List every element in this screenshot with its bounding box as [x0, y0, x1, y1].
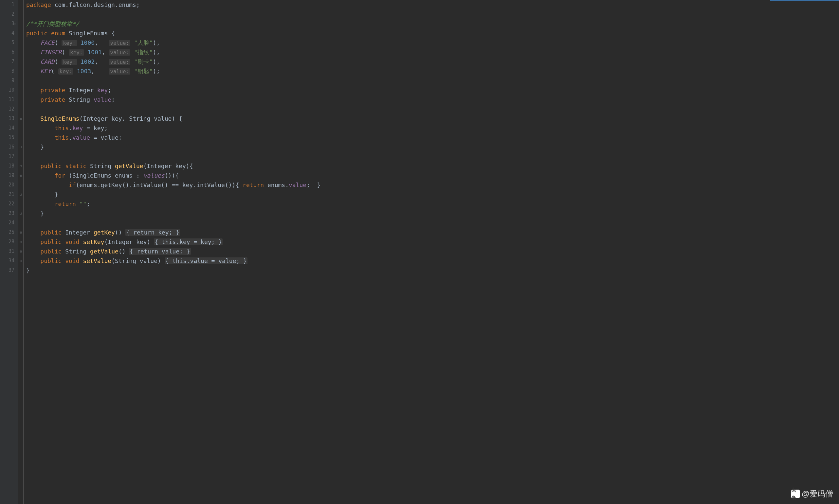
punct: ), [153, 39, 160, 46]
enum-constant: KEY [40, 68, 51, 75]
line-number[interactable]: 14 [0, 123, 14, 133]
line-number[interactable]: 5 [0, 38, 14, 48]
line-number[interactable]: 37 [0, 266, 14, 275]
field: value [94, 96, 111, 103]
line-number[interactable]: 15 [0, 133, 14, 142]
code-line[interactable] [26, 10, 839, 19]
fold-column[interactable]: ⊟ ⊟ ⊔ ⊟ ⊟ ⊔ ⊔ ⊞ ⊞ ⊞ ⊞ [18, 0, 23, 504]
code-line[interactable] [26, 76, 839, 85]
line-number[interactable]: 1 [0, 0, 14, 10]
code-line[interactable]: } [26, 209, 839, 218]
code-line[interactable]: this.key = key; [26, 123, 839, 133]
fold-expand-icon[interactable]: ⊞ [19, 250, 22, 253]
fold-expand-icon[interactable]: ⊞ [19, 240, 22, 244]
line-number[interactable]: 31 [0, 247, 14, 256]
line-number[interactable]: 7 [0, 57, 14, 66]
line-number[interactable]: 12 [0, 104, 14, 114]
ident: value; [101, 134, 122, 141]
method-call: getKey [101, 181, 122, 188]
code-line[interactable]: FACE( key: 1000, value: "人脸"), [26, 38, 839, 48]
line-number[interactable]: 3 [0, 19, 14, 29]
fold-end-icon[interactable]: ⊔ [19, 212, 22, 215]
fold-end-icon[interactable]: ⊔ [19, 145, 22, 149]
folded-body[interactable]: { this.key = key; } [154, 238, 223, 245]
line-number[interactable]: 24 [0, 218, 14, 228]
line-number[interactable]: 20 [0, 180, 14, 190]
string-literal: "人脸" [134, 39, 153, 46]
package-path: com.falcon.design.enums; [51, 1, 140, 8]
code-line[interactable]: private Integer key; [26, 85, 839, 95]
code-line[interactable]: FINGER( key: 1001, value: "指纹"), [26, 48, 839, 57]
line-number[interactable]: 2 [0, 10, 14, 19]
type: String [90, 163, 111, 169]
code-line[interactable]: this.value = value; [26, 133, 839, 142]
code-editor[interactable]: 1 2 3 4 5 6 7 8 9 10 11 12 13 14 15 16 1… [0, 0, 839, 504]
eq: = [90, 134, 101, 141]
line-number[interactable]: 10 [0, 85, 14, 95]
code-line[interactable]: SingleEnums(Integer key, String value) { [26, 114, 839, 123]
code-line[interactable]: for (SingleEnums enums : values()){ [26, 171, 839, 180]
line-number[interactable]: 34 [0, 256, 14, 266]
folded-body[interactable]: { return key; } [125, 229, 180, 236]
line-number[interactable]: 18 [0, 161, 14, 171]
fold-expand-icon[interactable]: ⊞ [19, 231, 22, 234]
code-line[interactable]: private String value; [26, 95, 839, 104]
code-line[interactable]: CARD( key: 1002, value: "刷卡"), [26, 57, 839, 66]
fold-start-icon[interactable]: ⊟ [19, 174, 22, 177]
fold-expand-icon[interactable]: ⊞ [19, 259, 22, 263]
code-line[interactable]: } [26, 266, 839, 275]
keyword: enum [51, 30, 65, 37]
watermark-logo-icon: 头条 [791, 490, 800, 498]
line-number[interactable]: 17 [0, 152, 14, 161]
code-line[interactable] [26, 218, 839, 228]
fold-end-icon[interactable]: ⊔ [19, 193, 22, 196]
folded-body[interactable]: { this.value = value; } [165, 257, 247, 264]
code-line[interactable]: public enum SingleEnums { [26, 29, 839, 38]
punct: ), [153, 49, 160, 56]
code-line[interactable]: if(enums.getKey().intValue() == key.intV… [26, 180, 839, 190]
parameter-hint: key: [62, 40, 77, 46]
line-number[interactable]: 21 [0, 190, 14, 199]
code-line[interactable]: } [26, 190, 839, 199]
code-line[interactable]: package com.falcon.design.enums; [26, 0, 839, 10]
line-number[interactable]: 9 [0, 76, 14, 85]
line-number[interactable]: 22 [0, 199, 14, 209]
method-name: setKey [83, 238, 104, 245]
code-line[interactable]: public String getValue() { return value;… [26, 247, 839, 256]
code-line[interactable]: /**开门类型枚举*/ [26, 19, 839, 29]
line-number[interactable]: 19 [0, 171, 14, 180]
code-line[interactable]: public void setValue(String value) { thi… [26, 256, 839, 266]
code-line[interactable] [26, 152, 839, 161]
line-number[interactable]: 16 [0, 142, 14, 152]
code-line[interactable]: public void setKey(Integer key) { this.k… [26, 237, 839, 247]
method-name: getKey [94, 229, 115, 236]
code-line[interactable]: public Integer getKey() { return key; } [26, 228, 839, 237]
line-number[interactable]: 25 [0, 228, 14, 237]
punct: ), [153, 58, 160, 65]
code-line[interactable] [26, 104, 839, 114]
type: String [65, 248, 86, 255]
line-number[interactable]: 8 [0, 66, 14, 76]
fold-start-icon[interactable]: ⊟ [19, 117, 22, 120]
line-number[interactable]: 13 [0, 114, 14, 123]
parameter-hint: value: [109, 59, 130, 65]
params: (Integer key) [104, 238, 154, 245]
keyword: this [55, 134, 69, 141]
code-line[interactable]: KEY( key: 1003, value: "钥匙"); [26, 66, 839, 76]
method-call: intValue [133, 181, 161, 188]
line-number-gutter[interactable]: 1 2 3 4 5 6 7 8 9 10 11 12 13 14 15 16 1… [0, 0, 18, 504]
fold-start-icon[interactable]: ⊟ [19, 164, 22, 168]
line-number[interactable]: 23 [0, 209, 14, 218]
line-number[interactable]: 28 [0, 237, 14, 247]
line-number[interactable]: 4 [0, 29, 14, 38]
line-number[interactable]: 6 [0, 48, 14, 57]
keyword: package [26, 1, 51, 8]
type: String [69, 96, 90, 103]
code-area[interactable]: package com.falcon.design.enums; /**开门类型… [23, 0, 839, 504]
line-number[interactable]: 11 [0, 95, 14, 104]
code-line[interactable]: return ""; [26, 199, 839, 209]
comment-fold-icon[interactable]: ⊟ [14, 21, 16, 28]
folded-body[interactable]: { return value; } [129, 248, 191, 255]
code-line[interactable]: } [26, 142, 839, 152]
code-line[interactable]: public static String getValue(Integer ke… [26, 161, 839, 171]
